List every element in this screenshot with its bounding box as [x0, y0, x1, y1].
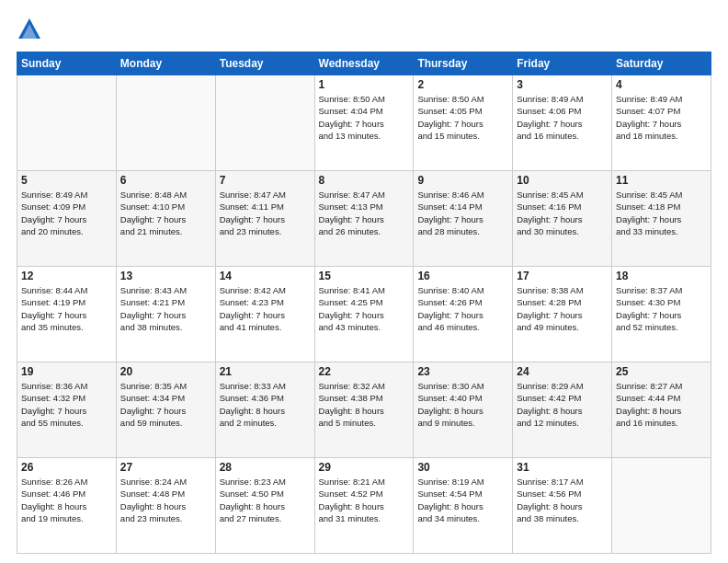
day-number-23: 23	[417, 365, 508, 378]
day-number-9: 9	[417, 174, 508, 187]
day-number-11: 11	[616, 174, 707, 187]
empty-cell	[612, 458, 711, 554]
day-cell-20: 20Sunrise: 8:35 AM Sunset: 4:34 PM Dayli…	[116, 362, 215, 458]
day-cell-29: 29Sunrise: 8:21 AM Sunset: 4:52 PM Dayli…	[314, 458, 414, 554]
weekday-row: SundayMondayTuesdayWednesdayThursdayFrid…	[17, 52, 711, 75]
weekday-header-saturday: Saturday	[612, 52, 711, 75]
day-info-1: Sunrise: 8:50 AM Sunset: 4:04 PM Dayligh…	[319, 93, 410, 142]
day-cell-11: 11Sunrise: 8:45 AM Sunset: 4:18 PM Dayli…	[612, 171, 711, 267]
day-info-31: Sunrise: 8:17 AM Sunset: 4:56 PM Dayligh…	[517, 476, 608, 524]
day-cell-17: 17Sunrise: 8:38 AM Sunset: 4:28 PM Dayli…	[513, 267, 612, 362]
day-info-9: Sunrise: 8:46 AM Sunset: 4:14 PM Dayligh…	[417, 189, 508, 237]
day-info-17: Sunrise: 8:38 AM Sunset: 4:28 PM Dayligh…	[517, 284, 608, 333]
day-cell-30: 30Sunrise: 8:19 AM Sunset: 4:54 PM Dayli…	[414, 458, 513, 554]
day-number-5: 5	[21, 174, 112, 187]
day-info-7: Sunrise: 8:47 AM Sunset: 4:11 PM Dayligh…	[220, 189, 311, 237]
calendar: SundayMondayTuesdayWednesdayThursdayFrid…	[17, 52, 711, 554]
day-cell-6: 6Sunrise: 8:48 AM Sunset: 4:10 PM Daylig…	[116, 171, 215, 267]
day-cell-25: 25Sunrise: 8:27 AM Sunset: 4:44 PM Dayli…	[612, 362, 711, 458]
week-row-2: 5Sunrise: 8:49 AM Sunset: 4:09 PM Daylig…	[17, 171, 711, 267]
day-info-10: Sunrise: 8:45 AM Sunset: 4:16 PM Dayligh…	[517, 189, 608, 237]
day-cell-13: 13Sunrise: 8:43 AM Sunset: 4:21 PM Dayli…	[116, 267, 215, 362]
day-number-16: 16	[417, 270, 508, 282]
day-number-27: 27	[120, 461, 211, 474]
day-cell-19: 19Sunrise: 8:36 AM Sunset: 4:32 PM Dayli…	[17, 362, 117, 458]
day-info-12: Sunrise: 8:44 AM Sunset: 4:19 PM Dayligh…	[21, 284, 112, 333]
day-cell-12: 12Sunrise: 8:44 AM Sunset: 4:19 PM Dayli…	[17, 267, 117, 362]
week-row-1: 1Sunrise: 8:50 AM Sunset: 4:04 PM Daylig…	[17, 75, 711, 171]
day-cell-2: 2Sunrise: 8:50 AM Sunset: 4:05 PM Daylig…	[414, 75, 513, 171]
day-number-6: 6	[120, 174, 211, 187]
day-number-8: 8	[319, 174, 410, 187]
day-cell-10: 10Sunrise: 8:45 AM Sunset: 4:16 PM Dayli…	[513, 171, 612, 267]
calendar-body: 1Sunrise: 8:50 AM Sunset: 4:04 PM Daylig…	[17, 75, 711, 554]
day-cell-18: 18Sunrise: 8:37 AM Sunset: 4:30 PM Dayli…	[612, 267, 711, 362]
day-info-27: Sunrise: 8:24 AM Sunset: 4:48 PM Dayligh…	[120, 476, 211, 524]
day-number-29: 29	[319, 461, 410, 474]
day-number-28: 28	[220, 461, 311, 474]
day-number-2: 2	[417, 78, 508, 91]
day-number-26: 26	[21, 461, 112, 474]
day-number-15: 15	[319, 270, 410, 282]
day-cell-1: 1Sunrise: 8:50 AM Sunset: 4:04 PM Daylig…	[314, 75, 414, 171]
day-info-2: Sunrise: 8:50 AM Sunset: 4:05 PM Dayligh…	[417, 93, 508, 142]
day-number-22: 22	[319, 365, 410, 378]
day-info-3: Sunrise: 8:49 AM Sunset: 4:06 PM Dayligh…	[517, 93, 608, 142]
day-cell-28: 28Sunrise: 8:23 AM Sunset: 4:50 PM Dayli…	[215, 458, 314, 554]
day-number-20: 20	[120, 365, 211, 378]
day-number-3: 3	[517, 78, 608, 91]
day-info-4: Sunrise: 8:49 AM Sunset: 4:07 PM Dayligh…	[616, 93, 707, 142]
day-info-29: Sunrise: 8:21 AM Sunset: 4:52 PM Dayligh…	[319, 476, 410, 524]
day-cell-22: 22Sunrise: 8:32 AM Sunset: 4:38 PM Dayli…	[314, 362, 414, 458]
day-cell-27: 27Sunrise: 8:24 AM Sunset: 4:48 PM Dayli…	[116, 458, 215, 554]
day-cell-15: 15Sunrise: 8:41 AM Sunset: 4:25 PM Dayli…	[314, 267, 414, 362]
day-number-1: 1	[319, 78, 410, 91]
day-info-28: Sunrise: 8:23 AM Sunset: 4:50 PM Dayligh…	[220, 476, 311, 524]
day-number-18: 18	[616, 270, 707, 282]
day-cell-7: 7Sunrise: 8:47 AM Sunset: 4:11 PM Daylig…	[215, 171, 314, 267]
day-cell-26: 26Sunrise: 8:26 AM Sunset: 4:46 PM Dayli…	[17, 458, 117, 554]
day-cell-16: 16Sunrise: 8:40 AM Sunset: 4:26 PM Dayli…	[414, 267, 513, 362]
day-number-31: 31	[517, 461, 608, 474]
day-info-18: Sunrise: 8:37 AM Sunset: 4:30 PM Dayligh…	[616, 284, 707, 333]
day-cell-3: 3Sunrise: 8:49 AM Sunset: 4:06 PM Daylig…	[513, 75, 612, 171]
day-cell-21: 21Sunrise: 8:33 AM Sunset: 4:36 PM Dayli…	[215, 362, 314, 458]
day-cell-31: 31Sunrise: 8:17 AM Sunset: 4:56 PM Dayli…	[513, 458, 612, 554]
day-info-11: Sunrise: 8:45 AM Sunset: 4:18 PM Dayligh…	[616, 189, 707, 237]
day-info-13: Sunrise: 8:43 AM Sunset: 4:21 PM Dayligh…	[120, 284, 211, 333]
day-info-30: Sunrise: 8:19 AM Sunset: 4:54 PM Dayligh…	[417, 476, 508, 524]
day-info-25: Sunrise: 8:27 AM Sunset: 4:44 PM Dayligh…	[616, 380, 707, 429]
day-cell-4: 4Sunrise: 8:49 AM Sunset: 4:07 PM Daylig…	[612, 75, 711, 171]
day-info-15: Sunrise: 8:41 AM Sunset: 4:25 PM Dayligh…	[319, 284, 410, 333]
empty-cell	[17, 75, 117, 171]
weekday-header-friday: Friday	[513, 52, 612, 75]
day-number-17: 17	[517, 270, 608, 282]
day-number-12: 12	[21, 270, 112, 282]
weekday-header-tuesday: Tuesday	[215, 52, 314, 75]
day-number-7: 7	[220, 174, 311, 187]
calendar-header: SundayMondayTuesdayWednesdayThursdayFrid…	[17, 52, 711, 75]
logo-icon	[17, 17, 42, 42]
day-number-19: 19	[21, 365, 112, 378]
day-number-24: 24	[517, 365, 608, 378]
logo	[17, 17, 48, 42]
empty-cell	[116, 75, 215, 171]
header	[17, 17, 711, 42]
day-cell-5: 5Sunrise: 8:49 AM Sunset: 4:09 PM Daylig…	[17, 171, 117, 267]
day-info-6: Sunrise: 8:48 AM Sunset: 4:10 PM Dayligh…	[120, 189, 211, 237]
weekday-header-monday: Monday	[116, 52, 215, 75]
day-info-14: Sunrise: 8:42 AM Sunset: 4:23 PM Dayligh…	[220, 284, 311, 333]
empty-cell	[215, 75, 314, 171]
day-info-26: Sunrise: 8:26 AM Sunset: 4:46 PM Dayligh…	[21, 476, 112, 524]
day-cell-24: 24Sunrise: 8:29 AM Sunset: 4:42 PM Dayli…	[513, 362, 612, 458]
day-info-16: Sunrise: 8:40 AM Sunset: 4:26 PM Dayligh…	[417, 284, 508, 333]
week-row-3: 12Sunrise: 8:44 AM Sunset: 4:19 PM Dayli…	[17, 267, 711, 362]
day-number-25: 25	[616, 365, 707, 378]
day-info-21: Sunrise: 8:33 AM Sunset: 4:36 PM Dayligh…	[220, 380, 311, 429]
day-info-23: Sunrise: 8:30 AM Sunset: 4:40 PM Dayligh…	[417, 380, 508, 429]
week-row-4: 19Sunrise: 8:36 AM Sunset: 4:32 PM Dayli…	[17, 362, 711, 458]
day-number-10: 10	[517, 174, 608, 187]
week-row-5: 26Sunrise: 8:26 AM Sunset: 4:46 PM Dayli…	[17, 458, 711, 554]
day-info-5: Sunrise: 8:49 AM Sunset: 4:09 PM Dayligh…	[21, 189, 112, 237]
day-cell-9: 9Sunrise: 8:46 AM Sunset: 4:14 PM Daylig…	[414, 171, 513, 267]
